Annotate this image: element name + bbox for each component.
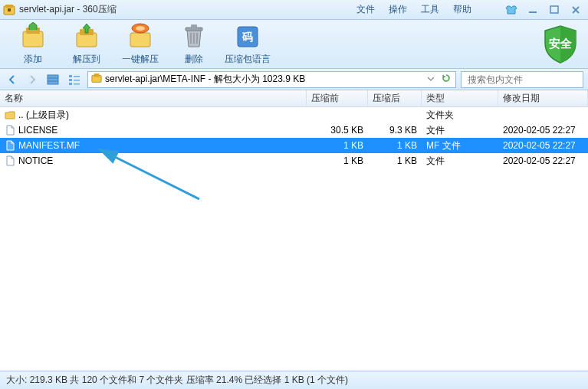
- path-text: servlet-api.jar\META-INF - 解包大小为 1023.9 …: [105, 73, 422, 86]
- forward-button[interactable]: [25, 72, 40, 87]
- column-headers: 名称 压缩前 压缩后 类型 修改日期: [0, 90, 588, 107]
- svg-text:码: 码: [241, 31, 253, 43]
- file-icon: [5, 140, 15, 151]
- file-date: 2020-02-05 22:27: [498, 140, 588, 151]
- titlebar: servlet-api.jar - 360压缩 文件 操作 工具 帮助: [0, 0, 588, 20]
- file-row[interactable]: MANIFEST.MF1 KB1 KBMF 文件2020-02-05 22:27: [0, 138, 588, 153]
- file-icon: [5, 155, 15, 166]
- file-list: .. (上级目录)文件夹LICENSE30.5 KB9.3 KB文件2020-0…: [0, 107, 588, 368]
- svg-rect-7: [31, 25, 34, 30]
- shield-text: 安全: [549, 37, 573, 50]
- svg-rect-27: [69, 83, 72, 85]
- svg-rect-25: [69, 79, 72, 81]
- col-before[interactable]: 压缩前: [307, 90, 368, 106]
- svg-rect-4: [550, 6, 558, 13]
- file-date: 2020-02-05 22:27: [498, 125, 588, 136]
- col-type[interactable]: 类型: [422, 90, 498, 106]
- menu-operate[interactable]: 操作: [389, 3, 407, 16]
- delete-label: 删除: [185, 53, 203, 66]
- col-after[interactable]: 压缩后: [368, 90, 422, 106]
- file-after: 9.3 KB: [368, 125, 422, 136]
- delete-button[interactable]: 删除: [167, 22, 221, 66]
- view-mode-button[interactable]: [44, 72, 61, 87]
- path-box[interactable]: servlet-api.jar\META-INF - 解包大小为 1023.9 …: [87, 71, 456, 88]
- back-button[interactable]: [5, 72, 20, 87]
- app-icon: [3, 4, 15, 16]
- svg-rect-10: [130, 33, 150, 47]
- window-controls: [502, 3, 585, 17]
- window-title: servlet-api.jar - 360压缩: [19, 3, 356, 16]
- list-button[interactable]: [66, 72, 83, 87]
- col-date[interactable]: 修改日期: [498, 90, 588, 106]
- svg-rect-28: [74, 83, 80, 85]
- one-click-button[interactable]: 一键解压: [113, 22, 167, 66]
- statusbar: 大小: 219.3 KB 共 120 个文件和 7 个文件夹 压缩率 21.4%…: [0, 371, 588, 389]
- language-button[interactable]: 码 压缩包语言: [221, 22, 274, 66]
- svg-rect-3: [529, 11, 537, 13]
- extract-label: 解压到: [73, 53, 100, 66]
- language-icon: 码: [233, 22, 262, 51]
- svg-rect-14: [191, 25, 197, 28]
- file-row[interactable]: LICENSE30.5 KB9.3 KB文件2020-02-05 22:27: [0, 123, 588, 138]
- file-name: LICENSE: [18, 125, 57, 136]
- file-name: MANIFEST.MF: [18, 140, 80, 151]
- svg-rect-24: [74, 76, 80, 77]
- file-type: 文件夹: [422, 109, 498, 122]
- path-dropdown[interactable]: [425, 74, 437, 85]
- security-shield[interactable]: 安全: [542, 25, 579, 67]
- svg-rect-1: [5, 5, 13, 8]
- language-label: 压缩包语言: [225, 53, 271, 66]
- file-type: 文件: [422, 155, 498, 168]
- extract-to-button[interactable]: 解压到: [60, 22, 113, 66]
- file-date: 2020-02-05 22:27: [498, 155, 588, 166]
- svg-rect-2: [8, 8, 11, 11]
- file-row[interactable]: NOTICE1 KB1 KB文件2020-02-05 22:27: [0, 153, 588, 168]
- file-after: 1 KB: [368, 140, 422, 151]
- extract-icon: [72, 22, 101, 51]
- file-row[interactable]: .. (上级目录)文件夹: [0, 107, 588, 123]
- svg-rect-20: [48, 75, 58, 84]
- svg-rect-30: [94, 74, 100, 77]
- close-button[interactable]: [567, 3, 585, 17]
- skin-button[interactable]: [502, 3, 521, 17]
- file-before: 1 KB: [307, 155, 368, 166]
- navbar: servlet-api.jar\META-INF - 解包大小为 1023.9 …: [0, 69, 588, 90]
- svg-point-12: [136, 26, 145, 31]
- file-type: 文件: [422, 124, 498, 137]
- file-before: 30.5 KB: [307, 125, 368, 136]
- file-icon: [5, 110, 15, 120]
- toolbar: 添加 解压到 一键解压 删除 码 压缩包语言 安全: [0, 20, 588, 69]
- delete-icon: [179, 22, 209, 51]
- path-refresh[interactable]: [440, 74, 452, 85]
- svg-rect-26: [74, 80, 80, 81]
- archive-icon: [91, 73, 102, 86]
- file-name: .. (上级目录): [18, 109, 69, 122]
- file-name: NOTICE: [18, 155, 53, 166]
- file-before: 1 KB: [307, 140, 368, 151]
- maximize-button[interactable]: [545, 3, 563, 17]
- menu-file[interactable]: 文件: [356, 3, 375, 16]
- search-box[interactable]: [461, 71, 583, 88]
- one-click-label: 一键解压: [122, 53, 159, 66]
- menu-bar: 文件 操作 工具 帮助: [356, 3, 471, 16]
- add-icon: [18, 22, 48, 51]
- file-type: MF 文件: [422, 139, 498, 152]
- status-text: 大小: 219.3 KB 共 120 个文件和 7 个文件夹 压缩率 21.4%…: [6, 374, 348, 387]
- file-icon: [5, 125, 15, 136]
- add-button[interactable]: 添加: [6, 22, 60, 66]
- menu-help[interactable]: 帮助: [453, 3, 471, 16]
- one-click-icon: [126, 22, 155, 51]
- svg-rect-23: [69, 75, 72, 77]
- minimize-button[interactable]: [524, 3, 542, 17]
- col-name[interactable]: 名称: [0, 90, 307, 106]
- add-label: 添加: [24, 53, 42, 66]
- search-input[interactable]: [468, 74, 583, 85]
- file-after: 1 KB: [368, 155, 422, 166]
- menu-tool[interactable]: 工具: [421, 3, 439, 16]
